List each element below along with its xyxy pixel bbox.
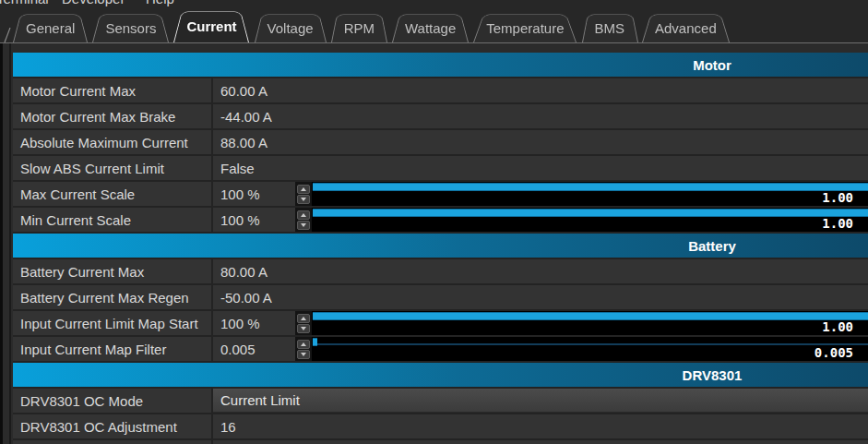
- tab-pane-edge: [3, 28, 11, 42]
- section-title: Battery: [688, 238, 736, 254]
- arrow-down-icon: [301, 223, 306, 227]
- tab-label: BMS: [595, 20, 625, 36]
- tab-label: RPM: [344, 20, 375, 36]
- tab-bar: General Sensors Current Voltage RPM Watt…: [0, 7, 868, 43]
- arrow-up-icon: [301, 187, 306, 191]
- spinbox-buttons: [295, 311, 312, 335]
- slider-fill: [313, 312, 868, 320]
- table-row: Motor Current Max 60.00 A: [13, 78, 868, 102]
- spin-down-button[interactable]: [297, 324, 310, 333]
- tab-label: Advanced: [655, 20, 717, 36]
- slider-value: 0.005: [814, 346, 853, 359]
- slider-value: 1.00: [822, 191, 853, 204]
- tab-general[interactable]: General: [13, 13, 88, 42]
- table-row: DRV8301 OC Mode Current Limit: [13, 389, 868, 413]
- slider-value: 1.00: [822, 320, 853, 333]
- table-row: Input Current Map Filter 0.005 0.005: [13, 337, 868, 361]
- config-pane: Motor Motor Current Max 60.00 A Motor Cu…: [0, 43, 868, 444]
- param-value-field[interactable]: -44.00 A: [213, 104, 868, 128]
- tab-current[interactable]: Current: [173, 9, 249, 42]
- value-slider[interactable]: 1.00: [312, 208, 868, 232]
- menu-item-terminal[interactable]: Terminal: [0, 0, 49, 7]
- oc-mode-combobox[interactable]: Current Limit: [213, 389, 868, 413]
- section-title: Motor: [693, 57, 731, 73]
- spinbox-value-field[interactable]: 100 %: [213, 311, 295, 335]
- slider-fill: [313, 209, 868, 217]
- section-title: DRV8301: [683, 367, 743, 383]
- arrow-up-icon: [301, 213, 306, 217]
- tab-label: Wattage: [405, 20, 456, 36]
- param-value-field[interactable]: -50.00 A: [213, 285, 868, 309]
- param-label: Input Current Limit Map Start: [13, 311, 213, 335]
- section-header-drv8301: DRV8301: [13, 363, 868, 387]
- spin-up-button[interactable]: [297, 314, 310, 323]
- param-label: [13, 440, 213, 444]
- menu-item-help[interactable]: Help: [146, 0, 174, 7]
- arrow-up-icon: [301, 317, 306, 320]
- arrow-down-icon: [301, 198, 306, 201]
- spin-up-button[interactable]: [297, 210, 310, 220]
- value-slider[interactable]: 1.00: [312, 311, 868, 335]
- section-header-motor: Motor: [13, 53, 868, 77]
- spin-up-button[interactable]: [297, 340, 310, 349]
- slider-track: [313, 343, 868, 345]
- param-value-field[interactable]: 88.00 A: [213, 130, 868, 154]
- tab-rpm[interactable]: RPM: [331, 13, 387, 42]
- spinbox-buttons: [295, 182, 312, 206]
- param-value-field[interactable]: 80.00 A: [213, 259, 868, 283]
- table-row: Slow ABS Current Limit False: [13, 156, 868, 180]
- param-label: Input Current Map Filter: [13, 337, 213, 361]
- tab-sensors[interactable]: Sensors: [92, 13, 169, 42]
- tab-label: Voltage: [268, 20, 314, 36]
- app-window: Terminal Developer Help General Sensors …: [0, 0, 868, 444]
- slider-fill: [313, 183, 868, 191]
- param-value-field[interactable]: False: [213, 156, 868, 180]
- pane-left-edge: [0, 43, 3, 444]
- table-row: Min Current Scale 100 % 1.00: [13, 208, 868, 232]
- tab-label: Sensors: [105, 20, 156, 36]
- tab-wattage[interactable]: Wattage: [392, 13, 469, 42]
- param-value-field[interactable]: 16: [213, 414, 868, 438]
- param-label: Battery Current Max Regen: [13, 285, 213, 309]
- tab-advanced[interactable]: Advanced: [642, 13, 730, 42]
- menu-bar: Terminal Developer Help: [0, 0, 868, 7]
- param-value-field: [213, 440, 868, 444]
- pane-left-divider: [9, 43, 11, 444]
- tab-label: Current: [186, 18, 236, 34]
- tab-temperature[interactable]: Temperature: [473, 13, 577, 42]
- table-row: Max Current Scale 100 % 1.00: [13, 182, 868, 206]
- table-row: DRV8301 OC Adjustment 16: [13, 414, 868, 438]
- arrow-up-icon: [301, 342, 306, 346]
- table-row: Motor Current Max Brake -44.00 A: [13, 104, 868, 128]
- table-row: Input Current Limit Map Start 100 % 1.00: [13, 311, 868, 335]
- param-label: Max Current Scale: [13, 182, 213, 206]
- spinbox-value-field[interactable]: 0.005: [213, 337, 295, 361]
- tab-label: General: [26, 20, 75, 36]
- param-label: Motor Current Max: [13, 78, 213, 102]
- spin-down-button[interactable]: [297, 221, 310, 230]
- slider-value: 1.00: [822, 217, 853, 230]
- table-row: Battery Current Max Regen -50.00 A: [13, 285, 868, 309]
- spinbox-buttons: [295, 337, 312, 361]
- table-row: Absolute Maximum Current 88.00 A: [13, 130, 868, 154]
- tab-bms[interactable]: BMS: [582, 13, 638, 42]
- spin-down-button[interactable]: [297, 195, 310, 204]
- menu-item-developer[interactable]: Developer: [62, 0, 125, 7]
- param-label: DRV8301 OC Adjustment: [13, 414, 213, 438]
- spinbox-value-field[interactable]: 100 %: [213, 208, 295, 232]
- param-label: Slow ABS Current Limit: [13, 156, 213, 180]
- tab-voltage[interactable]: Voltage: [255, 13, 327, 42]
- tab-label: Temperature: [486, 20, 564, 36]
- table-row-partial: [13, 440, 868, 444]
- param-value-field[interactable]: 60.00 A: [213, 78, 868, 102]
- spin-down-button[interactable]: [297, 350, 310, 359]
- value-slider[interactable]: 1.00: [312, 182, 868, 206]
- param-label: Battery Current Max: [13, 259, 213, 283]
- arrow-down-icon: [301, 353, 306, 356]
- slider-fill: [313, 338, 317, 346]
- value-slider[interactable]: 0.005: [312, 337, 868, 361]
- param-label: Absolute Maximum Current: [13, 130, 213, 154]
- spin-up-button[interactable]: [297, 185, 310, 194]
- arrow-down-icon: [301, 327, 306, 330]
- spinbox-value-field[interactable]: 100 %: [213, 182, 295, 206]
